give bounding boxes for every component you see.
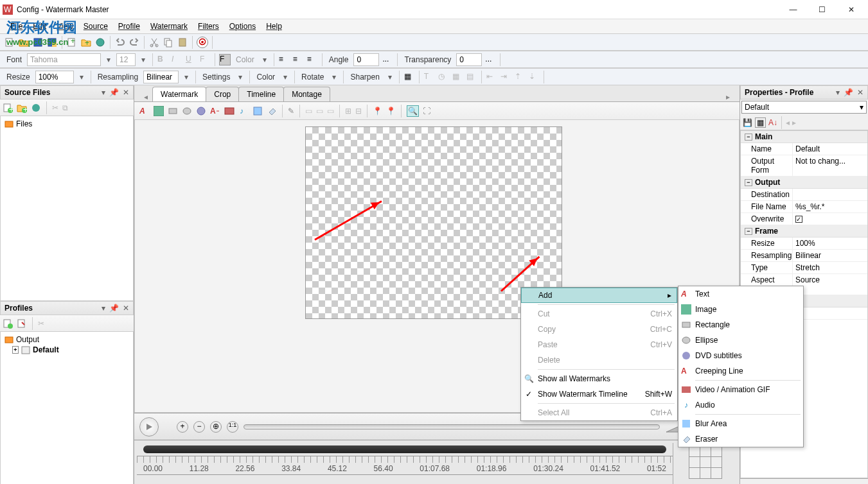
clock-icon[interactable]: ◷ xyxy=(438,71,449,83)
menu-show-timeline[interactable]: ✓Show Watermark TimelineShift+W xyxy=(521,386,677,402)
menu-copy[interactable]: CopyCtrl+C xyxy=(521,322,677,337)
add-url-icon[interactable] xyxy=(94,37,106,48)
menu-edit[interactable]: Edit xyxy=(28,21,51,32)
add-file-icon[interactable]: + xyxy=(66,37,78,48)
font-color-icon[interactable]: F xyxy=(219,54,231,65)
pin-icon[interactable]: 📌 xyxy=(109,88,119,97)
prop-resize-val[interactable]: 100% xyxy=(792,238,867,249)
submenu-blur[interactable]: Blur Area xyxy=(678,416,803,431)
menu-select-all[interactable]: Select AllCtrl+A xyxy=(521,405,677,420)
redo-icon[interactable] xyxy=(128,37,140,48)
dvd-wm-icon[interactable] xyxy=(196,106,206,116)
play-button[interactable] xyxy=(139,417,159,436)
tab-montage[interactable]: Montage xyxy=(283,87,330,101)
video-wm-icon[interactable] xyxy=(224,106,235,116)
categorize-icon[interactable]: ▦ xyxy=(755,117,766,128)
submenu-creep[interactable]: ACreeping Line xyxy=(678,363,803,379)
menu-options[interactable]: Options xyxy=(224,21,261,32)
prop-type-val[interactable]: Stretch xyxy=(792,262,867,273)
zoom-icon[interactable]: 🔍 xyxy=(407,105,419,117)
resize-input[interactable] xyxy=(35,71,74,83)
paste-icon[interactable] xyxy=(177,37,188,48)
color-label[interactable]: Color xyxy=(254,73,278,82)
submenu-image[interactable]: Image xyxy=(678,302,803,317)
pin-icon[interactable]: 📌 xyxy=(844,88,853,97)
submenu-text[interactable]: AText xyxy=(678,286,803,302)
save-icon[interactable] xyxy=(32,37,44,48)
pin-icon[interactable]: 📌 xyxy=(109,304,119,313)
actual-icon[interactable]: 1:1 xyxy=(227,421,238,433)
canvas[interactable]: Add▸ CutCtrl+X CopyCtrl+C PasteCtrl+V De… xyxy=(134,120,740,413)
undo-icon[interactable] xyxy=(114,37,126,48)
tab-crop[interactable]: Crop xyxy=(206,87,239,101)
align-tool-icon[interactable]: ⇥ xyxy=(500,71,511,83)
submenu-dvd[interactable]: DVD subtitles xyxy=(678,348,803,363)
sort-icon[interactable]: A↓ xyxy=(768,118,777,127)
font-size-input[interactable] xyxy=(116,53,136,66)
timeline-ruler[interactable]: 00.00 11.28 22.56 33.84 45.12 56.40 01:0… xyxy=(137,456,673,475)
font-family-input[interactable] xyxy=(27,53,101,66)
source-files-tree[interactable]: Files xyxy=(0,116,134,301)
dropdown-icon[interactable]: ▾ xyxy=(102,304,105,313)
list-icon[interactable]: ▤ xyxy=(466,71,477,83)
copy-icon[interactable] xyxy=(163,37,174,48)
edit-profile-icon[interactable] xyxy=(17,318,27,329)
pin-icon[interactable]: 📍 xyxy=(373,107,382,116)
settings-label[interactable]: Settings xyxy=(200,73,233,82)
profile-selector[interactable]: Default▾ xyxy=(741,101,867,114)
add-url-icon[interactable] xyxy=(31,103,41,113)
angle-input[interactable] xyxy=(353,53,379,66)
menu-add[interactable]: Add▸ xyxy=(521,288,677,303)
new-profile-icon[interactable] xyxy=(3,318,13,329)
close-icon[interactable]: ✕ xyxy=(123,304,129,313)
pin-icon[interactable]: 📍 xyxy=(386,107,396,116)
cut-icon[interactable] xyxy=(148,37,160,48)
zoom-out-icon[interactable]: − xyxy=(193,421,205,433)
save-icon[interactable]: 💾 xyxy=(743,118,752,127)
cat-frame[interactable]: −Frame xyxy=(741,225,867,238)
maximize-button[interactable]: ☐ xyxy=(808,1,837,19)
align-left-icon[interactable]: ≡ xyxy=(278,54,290,65)
menu-delete[interactable]: Delete xyxy=(521,352,677,368)
close-icon[interactable]: ✕ xyxy=(123,88,129,97)
italic-icon[interactable]: I xyxy=(171,54,182,65)
pencil-icon[interactable]: ✎ xyxy=(288,107,294,116)
prop-overwrite-val[interactable] xyxy=(792,213,867,225)
align-center-icon[interactable]: ≡ xyxy=(292,54,304,65)
chevron-down-icon[interactable]: ▾ xyxy=(260,55,270,64)
align-right-icon[interactable]: ≡ xyxy=(306,54,318,65)
creep-wm-icon[interactable]: A xyxy=(210,106,220,116)
transparency-more-icon[interactable]: ... xyxy=(484,54,496,65)
submenu-video[interactable]: Video / Animation GIF xyxy=(678,382,803,397)
close-button[interactable]: ✕ xyxy=(837,1,865,19)
profile-tool-icon[interactable]: ✂ xyxy=(38,319,44,328)
close-icon[interactable]: ✕ xyxy=(857,88,864,97)
menu-file[interactable]: File xyxy=(5,21,28,32)
group-icon[interactable]: ⊟ xyxy=(355,107,362,116)
align-tool-icon[interactable]: ⇡ xyxy=(514,71,526,83)
prev-icon[interactable]: ◂ xyxy=(786,118,790,127)
dropdown-icon[interactable]: ▾ xyxy=(836,88,840,97)
prop-resamp-val[interactable]: Bilinear xyxy=(792,250,867,261)
files-root[interactable]: Files xyxy=(3,119,130,129)
menu-view[interactable]: View xyxy=(51,21,78,32)
next-icon[interactable]: ▸ xyxy=(792,118,796,127)
timeline-scrollbar[interactable] xyxy=(143,445,666,453)
open-icon[interactable] xyxy=(18,37,30,48)
default-profile[interactable]: + Default xyxy=(3,345,130,355)
submenu-rect[interactable]: Rectangle xyxy=(678,317,803,333)
output-node[interactable]: Output xyxy=(3,334,130,345)
audio-wm-icon[interactable]: ♪ xyxy=(238,106,249,116)
image-tool-icon[interactable]: ▦ xyxy=(452,71,463,83)
menu-watermark[interactable]: Watermark xyxy=(145,21,193,32)
menu-cut[interactable]: CutCtrl+X xyxy=(521,306,677,322)
prop-fname-val[interactable]: %s_%r.* xyxy=(792,201,867,212)
position-grid[interactable] xyxy=(689,445,722,479)
submenu-audio[interactable]: ♪Audio xyxy=(678,397,803,413)
rect-wm-icon[interactable] xyxy=(168,106,178,116)
menu-show-all[interactable]: 🔍Show all Watermarks xyxy=(521,371,677,386)
menu-source[interactable]: Source xyxy=(78,21,113,32)
dropdown-icon[interactable]: ▾ xyxy=(102,88,105,97)
save-as-icon[interactable] xyxy=(46,37,58,48)
tab-watermark[interactable]: Watermark xyxy=(152,87,206,101)
